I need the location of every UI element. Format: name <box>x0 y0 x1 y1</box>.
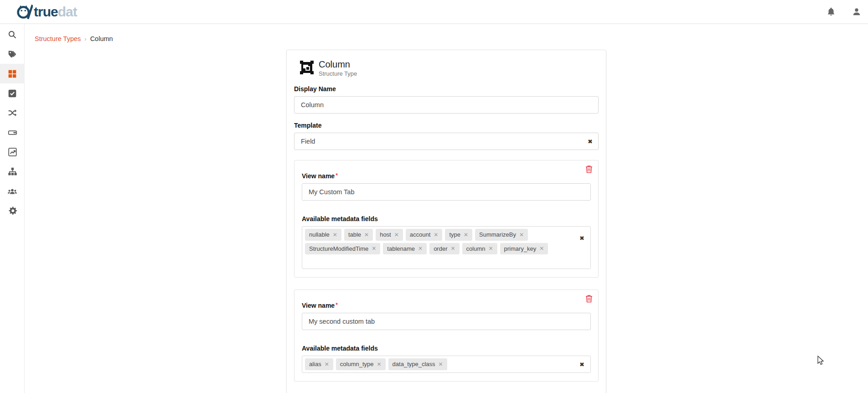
remove-tag-icon[interactable]: ✕ <box>364 232 369 238</box>
page-title: Column <box>319 59 357 69</box>
tag-label: data_type_class <box>393 361 435 368</box>
metadata-field-tag: order✕ <box>429 243 459 255</box>
remove-tag-icon[interactable]: ✕ <box>539 245 544 252</box>
metadata-fields-multiselect[interactable]: alias✕column_type✕data_type_class✕ ✖ <box>302 356 591 373</box>
sidebar-item-tags[interactable] <box>0 44 25 64</box>
view-name-label: View name* <box>302 302 591 309</box>
truedat-logo[interactable]: truedat <box>16 4 77 20</box>
sidebar-item-sources[interactable] <box>0 123 25 142</box>
metadata-fields-label: Available metadata fields <box>302 345 591 352</box>
tag-label: account <box>410 231 431 238</box>
top-header: truedat <box>0 0 868 24</box>
metadata-field-tag: type✕ <box>445 229 472 241</box>
remove-tag-icon[interactable]: ✕ <box>394 232 399 238</box>
tag-label: alias <box>309 361 321 368</box>
remove-tag-icon[interactable]: ✕ <box>464 232 468 238</box>
metadata-field-tag: table✕ <box>344 229 373 241</box>
remove-tag-icon[interactable]: ✕ <box>519 232 524 238</box>
tag-label: host <box>380 231 391 238</box>
clear-all-tags-icon[interactable]: ✖ <box>579 362 584 367</box>
remove-tag-icon[interactable]: ✕ <box>325 361 329 367</box>
metadata-field-tag: data_type_class✕ <box>388 358 447 370</box>
tag-label: order <box>434 245 447 253</box>
breadcrumb-structure-types-link[interactable]: Structure Types <box>35 35 81 42</box>
tag-label: SummarizeBy <box>479 231 516 238</box>
metadata-field-tag: alias✕ <box>305 358 333 370</box>
metadata-field-tag: StructureModifiedTime✕ <box>305 243 380 255</box>
structure-type-card: Column Structure Type Display Name Templ… <box>286 50 606 393</box>
main-content: Structure Types › Column Column Structur… <box>25 24 868 393</box>
metadata-field-tag: host✕ <box>376 229 403 241</box>
user-icon[interactable] <box>852 7 862 17</box>
tag-label: nullable <box>309 231 330 238</box>
tag-label: column <box>466 245 486 253</box>
sidebar-item-users[interactable] <box>0 181 25 201</box>
metadata-field-tag: account✕ <box>406 229 443 241</box>
metadata-field-tag: SummarizeBy✕ <box>475 229 528 241</box>
template-select[interactable] <box>294 133 599 150</box>
remove-tag-icon[interactable]: ✕ <box>372 245 376 252</box>
structure-type-icon <box>300 60 314 77</box>
remove-tag-icon[interactable]: ✕ <box>488 245 493 252</box>
owl-logo-icon <box>16 4 33 20</box>
remove-tag-icon[interactable]: ✕ <box>333 232 337 238</box>
left-sidebar <box>0 24 25 393</box>
delete-view-icon[interactable] <box>585 165 593 173</box>
metadata-fields-multiselect[interactable]: nullable✕table✕host✕account✕type✕Summari… <box>302 226 591 269</box>
delete-view-icon[interactable] <box>585 295 593 303</box>
sidebar-item-quality[interactable] <box>0 83 25 103</box>
clear-all-tags-icon[interactable]: ✖ <box>579 235 584 241</box>
tag-label: type <box>449 231 460 238</box>
remove-tag-icon[interactable]: ✕ <box>418 245 423 252</box>
sidebar-item-dashboards[interactable] <box>0 142 25 162</box>
display-name-input[interactable] <box>294 96 599 114</box>
sidebar-item-lineage[interactable] <box>0 103 25 123</box>
metadata-field-tag: tablename✕ <box>383 243 427 255</box>
tag-label: tablename <box>387 245 415 253</box>
display-name-label: Display Name <box>294 85 599 93</box>
remove-tag-icon[interactable]: ✕ <box>377 361 382 367</box>
sidebar-item-taxonomy[interactable] <box>0 162 25 181</box>
sidebar-item-search[interactable] <box>0 25 25 44</box>
tag-label: column_type <box>340 361 374 368</box>
tag-label: StructureModifiedTime <box>309 245 368 253</box>
metadata-view-card-2: View name* Available metadata fields ali… <box>294 290 599 382</box>
metadata-fields-label: Available metadata fields <box>302 215 591 222</box>
sidebar-item-settings[interactable] <box>0 201 25 221</box>
logo-wordmark: truedat <box>34 4 77 20</box>
metadata-field-tag: column_type✕ <box>336 358 386 370</box>
view-name-input[interactable] <box>302 313 591 330</box>
template-label: Template <box>294 122 599 129</box>
breadcrumb-current: Column <box>90 35 113 42</box>
metadata-field-tag: primary_key✕ <box>500 243 548 255</box>
tag-label: table <box>348 231 361 238</box>
page-subtitle: Structure Type <box>319 70 357 77</box>
bell-icon[interactable] <box>826 7 836 17</box>
view-name-label: View name* <box>302 172 591 180</box>
breadcrumb-separator: › <box>84 36 86 42</box>
view-name-input[interactable] <box>302 183 591 201</box>
metadata-field-tag: nullable✕ <box>305 229 341 241</box>
metadata-view-card-1: View name* Available metadata fields nul… <box>294 160 599 278</box>
template-clear-icon[interactable]: ✖ <box>588 139 593 145</box>
sidebar-item-structure-types[interactable] <box>0 64 25 83</box>
remove-tag-icon[interactable]: ✕ <box>451 245 455 252</box>
breadcrumb: Structure Types › Column <box>25 24 868 42</box>
tag-label: primary_key <box>504 245 537 253</box>
metadata-field-tag: column✕ <box>462 243 497 255</box>
remove-tag-icon[interactable]: ✕ <box>434 232 438 238</box>
remove-tag-icon[interactable]: ✕ <box>439 361 443 367</box>
